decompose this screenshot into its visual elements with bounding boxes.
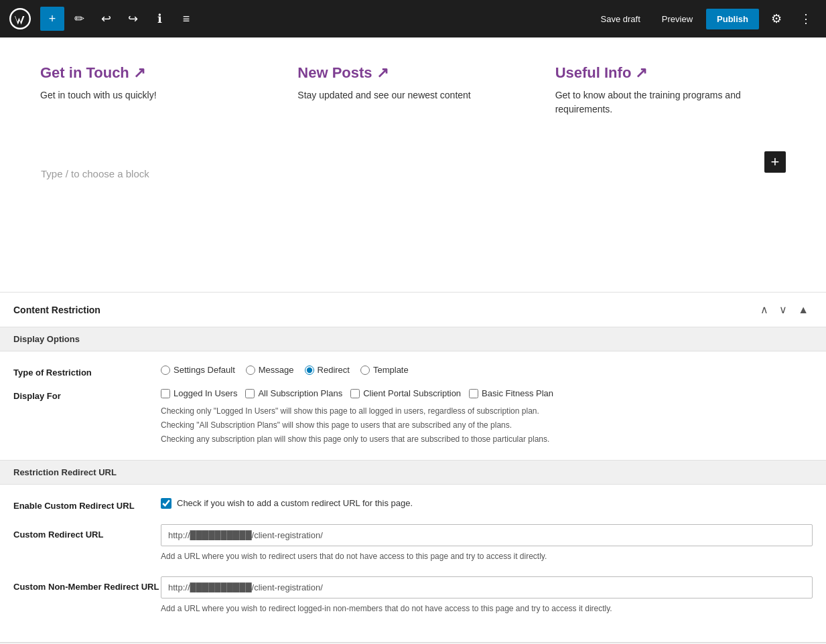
redirect-section-header: Restriction Redirect URL xyxy=(0,461,826,485)
card-get-in-touch: Get in Touch ↗ Get in touch with us quic… xyxy=(40,64,271,116)
type-block-placeholder[interactable]: Type / to choose a block xyxy=(40,157,786,191)
more-options-button[interactable]: ⋮ xyxy=(794,7,818,31)
custom-redirect-label: Custom Redirect URL xyxy=(13,524,161,540)
info-button[interactable]: ℹ xyxy=(147,7,171,31)
radio-message-label: Message xyxy=(259,365,294,375)
checkbox-all-plans-input[interactable] xyxy=(245,389,255,398)
restriction-panel-title: Content Restriction xyxy=(13,305,100,315)
checkbox-all-plans-label: All Subscription Plans xyxy=(258,388,342,398)
radio-template-input[interactable] xyxy=(360,366,370,375)
display-for-checkbox-group: Logged In Users All Subscription Plans C… xyxy=(161,388,813,398)
radio-message[interactable]: Message xyxy=(246,365,294,375)
radio-settings-default[interactable]: Settings Default xyxy=(161,365,235,375)
card-new-posts: New Posts ↗ Stay updated and see our new… xyxy=(297,64,528,116)
radio-redirect[interactable]: Redirect xyxy=(305,365,350,375)
redo-button[interactable]: ↪ xyxy=(121,7,145,31)
save-draft-button[interactable]: Save draft xyxy=(593,10,648,28)
card-title-useful-info: Useful Info ↗ xyxy=(555,64,786,82)
restriction-type-radio-group: Settings Default Message Redirect Templa… xyxy=(161,365,813,375)
toolbar: + ✏ ↩ ↪ ℹ ≡ Save draft Preview Publish ⚙… xyxy=(0,0,826,37)
custom-redirect-input[interactable] xyxy=(161,524,813,546)
enable-custom-checkbox[interactable] xyxy=(161,498,171,509)
enable-custom-label: Enable Custom Redirect URL xyxy=(13,498,161,511)
display-for-help-1: Checking only "Logged In Users" will sho… xyxy=(161,405,813,418)
card-title-get-in-touch: Get in Touch ↗ xyxy=(40,64,271,82)
radio-redirect-label: Redirect xyxy=(318,365,350,375)
display-for-help-2: Checking "All Subscription Plans" will s… xyxy=(161,419,813,432)
restriction-panel-header: Content Restriction ∧ ∨ ▲ xyxy=(0,293,826,327)
custom-redirect-content: Add a URL where you wish to redirect use… xyxy=(161,524,813,563)
type-of-restriction-label: Type of Restriction xyxy=(13,365,161,378)
enable-custom-text: Check if you wish to add a custom redire… xyxy=(177,498,413,508)
inline-add-block-button[interactable]: + xyxy=(764,151,786,173)
non-member-redirect-content: Add a URL where you wish to redirect log… xyxy=(161,576,813,615)
radio-template-label: Template xyxy=(373,365,409,375)
custom-redirect-help: Add a URL where you wish to redirect use… xyxy=(161,550,813,563)
editor-area: Get in Touch ↗ Get in touch with us quic… xyxy=(0,37,826,292)
settings-button[interactable]: ⚙ xyxy=(764,7,788,31)
card-title-new-posts: New Posts ↗ xyxy=(297,64,528,82)
radio-redirect-input[interactable] xyxy=(305,366,314,375)
non-member-redirect-label: Custom Non-Member Redirect URL xyxy=(13,576,161,592)
checkbox-basic-fitness-label: Basic Fitness Plan xyxy=(482,388,553,398)
redirect-url-section: Enable Custom Redirect URL Check if you … xyxy=(0,485,826,643)
display-options-header: Display Options xyxy=(0,327,826,351)
non-member-redirect-url-row: Custom Non-Member Redirect URL Add a URL… xyxy=(13,576,813,615)
checkbox-basic-fitness-input[interactable] xyxy=(469,389,478,398)
type-of-restriction-content: Settings Default Message Redirect Templa… xyxy=(161,365,813,375)
display-for-content: Logged In Users All Subscription Plans C… xyxy=(161,388,813,447)
radio-settings-default-label: Settings Default xyxy=(174,365,235,375)
collapse-down-button[interactable]: ∨ xyxy=(775,302,791,317)
content-restriction-panel: Content Restriction ∧ ∨ ▲ Display Option… xyxy=(0,292,826,643)
checkbox-basic-fitness[interactable]: Basic Fitness Plan xyxy=(469,388,553,398)
non-member-redirect-input[interactable] xyxy=(161,576,813,598)
display-for-help-3: Checking any subscription plan will show… xyxy=(161,433,813,446)
display-for-row: Display For Logged In Users All Subscrip… xyxy=(13,388,813,447)
radio-template[interactable]: Template xyxy=(360,365,409,375)
card-desc-new-posts: Stay updated and see our newest content xyxy=(297,88,528,102)
checkbox-all-plans[interactable]: All Subscription Plans xyxy=(245,388,342,398)
checkbox-logged-in[interactable]: Logged In Users xyxy=(161,388,237,398)
card-useful-info: Useful Info ↗ Get to know about the trai… xyxy=(555,64,786,116)
cards-row: Get in Touch ↗ Get in touch with us quic… xyxy=(40,64,786,116)
non-member-redirect-help: Add a URL where you wish to redirect log… xyxy=(161,602,813,615)
display-options-form: Type of Restriction Settings Default Mes… xyxy=(0,351,826,461)
preview-button[interactable]: Preview xyxy=(654,10,701,28)
display-for-label: Display For xyxy=(13,388,161,401)
restriction-header-icons: ∧ ∨ ▲ xyxy=(756,302,813,317)
radio-message-input[interactable] xyxy=(246,366,255,375)
checkbox-client-portal[interactable]: Client Portal Subscription xyxy=(350,388,461,398)
collapse-up-button[interactable]: ∧ xyxy=(756,302,772,317)
card-desc-useful-info: Get to know about the training programs … xyxy=(555,88,786,116)
enable-redirect-row: Enable Custom Redirect URL Check if you … xyxy=(13,498,813,511)
add-block-button[interactable]: + xyxy=(40,7,64,31)
block-inserter-area: + Type / to choose a block xyxy=(40,157,786,191)
undo-button[interactable]: ↩ xyxy=(94,7,118,31)
type-of-restriction-row: Type of Restriction Settings Default Mes… xyxy=(13,365,813,378)
checkbox-logged-in-input[interactable] xyxy=(161,389,170,398)
wordpress-logo xyxy=(8,7,32,31)
checkbox-logged-in-label: Logged In Users xyxy=(174,388,237,398)
toolbar-right: Save draft Preview Publish ⚙ ⋮ xyxy=(593,7,818,31)
custom-redirect-url-row: Custom Redirect URL Add a URL where you … xyxy=(13,524,813,563)
radio-settings-default-input[interactable] xyxy=(161,366,170,375)
publish-button[interactable]: Publish xyxy=(706,9,759,29)
card-desc-get-in-touch: Get in touch with us quickly! xyxy=(40,88,271,102)
list-view-button[interactable]: ≡ xyxy=(174,7,198,31)
checkbox-client-portal-label: Client Portal Subscription xyxy=(363,388,461,398)
edit-button[interactable]: ✏ xyxy=(67,7,91,31)
drag-handle-button[interactable]: ▲ xyxy=(794,303,813,317)
checkbox-client-portal-input[interactable] xyxy=(350,389,360,398)
enable-custom-content: Check if you wish to add a custom redire… xyxy=(161,498,813,509)
